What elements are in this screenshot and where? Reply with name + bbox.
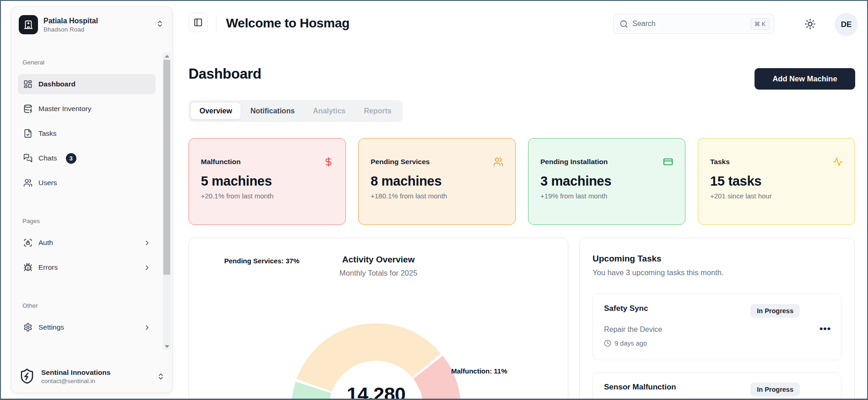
sidebar-item-errors[interactable]: Errors [18, 257, 156, 277]
search-shortcut-hint: ⌘ K [750, 18, 770, 30]
sidebar-item-label: Dashboard [38, 80, 75, 88]
page-title: Dashboard [189, 66, 261, 82]
sidebar-item-master-inventory[interactable]: Master Inventory [18, 99, 156, 119]
tab-analytics[interactable]: Analytics [304, 103, 354, 119]
bug-icon [23, 263, 32, 272]
task-menu-button[interactable]: ••• [819, 323, 831, 334]
sidebar-item-chats[interactable]: Chats 3 [18, 148, 156, 168]
section-label-other: Other [22, 302, 151, 309]
theme-toggle-button[interactable] [804, 18, 816, 30]
sidebar-item-tasks[interactable]: Tasks [18, 123, 156, 144]
tab-reports[interactable]: Reports [355, 103, 400, 119]
sidebar-toggle-button[interactable] [189, 13, 208, 32]
slice-label-pending-services: Pending Services: 37% [224, 257, 299, 265]
stat-change: +180.1% from last month [371, 192, 503, 200]
chevron-right-icon [143, 264, 151, 272]
stat-title: Pending Installation [540, 158, 608, 166]
section-label-general: General [22, 59, 151, 66]
hospital-icon [23, 20, 33, 30]
stat-change: +19% from last month [540, 192, 673, 200]
workspace-switcher[interactable]: Sentinal Innovations contact@sentinal.in [11, 360, 172, 393]
sidebar-item-label: Auth [38, 239, 53, 247]
layout-dashboard-icon [23, 80, 32, 89]
hospital-logo [19, 15, 38, 34]
upcoming-tasks-title: Upcoming Tasks [593, 254, 841, 264]
stat-title: Pending Services [371, 158, 430, 166]
chart-subtitle: Monthly Totals for 2025 [189, 269, 568, 277]
user-avatar[interactable]: DE [835, 13, 858, 36]
stat-change: +201 since last hour [710, 192, 843, 200]
scrollbar-thumb[interactable] [163, 60, 170, 275]
sidebar-item-dashboard[interactable]: Dashboard [18, 74, 156, 94]
sidebar: Patiala Hospital Bhadson Road General Da… [11, 6, 173, 393]
stat-cards-row: Malfunction 5 machines +20.1% from last … [189, 138, 855, 225]
org-subtitle: Bhadson Road [43, 26, 98, 33]
database-zap-icon [23, 104, 32, 113]
task-description: Repair the Device [604, 325, 830, 334]
upcoming-tasks-subtitle: You have 3 upcoming tasks this month. [593, 268, 841, 277]
stat-value: 15 tasks [710, 174, 843, 189]
scroll-up-arrow[interactable] [163, 53, 171, 59]
gear-icon [23, 323, 32, 332]
clock-icon [604, 340, 611, 347]
stat-change: +20.1% from last month [201, 192, 334, 200]
activity-icon [833, 157, 843, 167]
workspace-email: contact@sentinal.in [41, 378, 111, 384]
task-name: Safety Sync [604, 304, 648, 313]
stat-card-pending-installation: Pending Installation 3 machines +19% fro… [528, 138, 685, 225]
search-icon [620, 20, 628, 28]
sidebar-item-label: Tasks [38, 129, 57, 138]
sidebar-item-settings[interactable]: Settings [18, 317, 156, 337]
sidebar-item-auth[interactable]: Auth [18, 233, 156, 253]
messages-square-icon [23, 154, 32, 163]
org-name: Patiala Hospital [43, 17, 98, 25]
stat-card-tasks: Tasks 15 tasks +201 since last hour [698, 138, 855, 225]
chevron-right-icon [143, 239, 151, 247]
users-icon [23, 178, 32, 187]
stat-title: Tasks [710, 158, 730, 166]
stat-value: 3 machines [540, 174, 673, 189]
task-name: Sensor Malfunction [604, 383, 676, 392]
chevron-right-icon [143, 324, 151, 331]
org-switcher[interactable]: Patiala Hospital Bhadson Road [11, 7, 172, 41]
topbar-divider [216, 15, 216, 32]
file-check-icon [23, 129, 32, 138]
chats-count-badge: 3 [66, 153, 76, 164]
stat-value: 8 machines [371, 174, 503, 189]
sidebar-item-label: Chats [38, 154, 57, 162]
task-time: 9 days ago [615, 340, 647, 347]
sidebar-nav: General Dashboard Master Inve [11, 47, 161, 353]
tab-overview[interactable]: Overview [191, 103, 241, 119]
sun-icon [804, 18, 816, 30]
stat-card-pending-services: Pending Services 8 machines +180.1% from… [358, 138, 516, 225]
section-label-pages: Pages [22, 218, 151, 224]
upcoming-tasks-card: Upcoming Tasks You have 3 upcoming tasks… [579, 238, 855, 400]
shield-zap-icon [19, 368, 35, 384]
search-input[interactable] [632, 20, 746, 28]
credit-card-icon [663, 157, 673, 167]
scroll-down-arrow[interactable] [163, 343, 171, 350]
task-status-badge: In Progress [750, 383, 800, 396]
task-item-safety-sync[interactable]: Safety Sync In Progress Repair the Devic… [593, 293, 841, 360]
users-icon [493, 157, 503, 167]
app-window: Patiala Hospital Bhadson Road General Da… [0, 0, 868, 400]
workspace-name: Sentinal Innovations [41, 368, 111, 377]
dashboard-tabs: Overview Notifications Analytics Reports [189, 100, 403, 122]
add-new-machine-button[interactable]: Add New Machine [755, 68, 855, 90]
donut-center-total: 14,280 [291, 383, 461, 400]
search-bar[interactable]: ⌘ K [613, 14, 774, 34]
stat-value: 5 machines [201, 174, 334, 189]
sidebar-scrollbar[interactable] [163, 53, 171, 350]
stat-card-malfunction: Malfunction 5 machines +20.1% from last … [189, 138, 346, 225]
page-welcome-title: Welcome to Hosmag [226, 16, 350, 31]
stat-title: Malfunction [201, 158, 241, 166]
sidebar-item-users[interactable]: Users [18, 173, 156, 193]
chevrons-up-down-icon [157, 373, 165, 380]
panel-left-icon [194, 18, 203, 27]
scan-lock-icon [23, 238, 32, 247]
sidebar-item-label: Settings [38, 323, 64, 331]
task-item-sensor-malfunction[interactable]: Sensor Malfunction In Progress [593, 372, 841, 400]
sidebar-item-label: Users [38, 179, 57, 187]
slice-label-malfunction: Malfunction: 11% [451, 367, 507, 375]
tab-notifications[interactable]: Notifications [242, 103, 303, 119]
